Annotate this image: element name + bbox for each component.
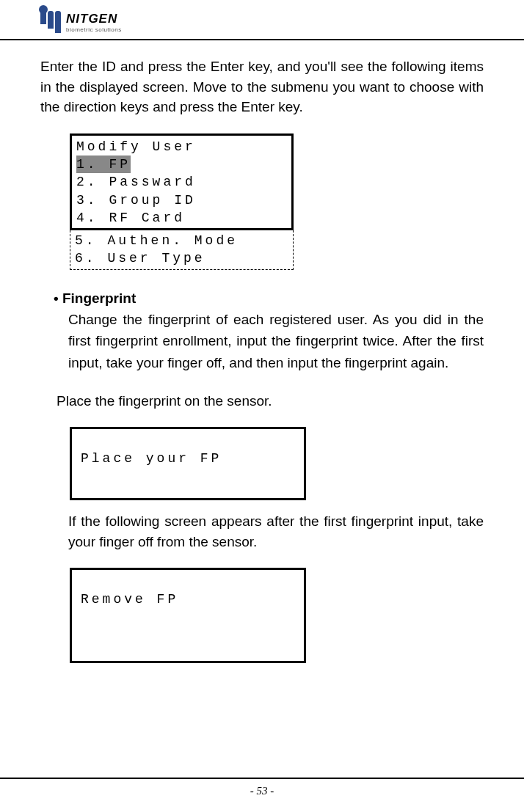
menu-item: 2. Passward: [76, 173, 287, 191]
lcd-text: Place your FP: [81, 451, 295, 466]
menu-item: 3. Group ID: [76, 191, 287, 209]
menu-item: 6. User Type: [75, 249, 288, 267]
instruction-text-2: If the following screen appears after th…: [68, 511, 484, 553]
section-heading: Fingerprint: [54, 290, 484, 307]
lcd-remove-fp: Remove FP: [70, 568, 306, 663]
page-number: - 53 -: [250, 785, 274, 797]
logo: NITGEN biometric solutions: [40, 11, 122, 33]
menu-item: 1. FP: [76, 156, 287, 173]
menu-item: 4. RF Card: [76, 209, 287, 227]
logo-subtitle: biometric solutions: [66, 26, 122, 33]
lcd-text: Remove FP: [81, 592, 295, 607]
menu-display: Modify User 1. FP 2. Passward 3. Group I…: [70, 133, 484, 270]
logo-icon: [40, 11, 61, 33]
logo-name: NITGEN: [66, 12, 122, 26]
intro-paragraph: Enter the ID and press the Enter key, an…: [40, 56, 484, 117]
menu-display-top: Modify User 1. FP 2. Passward 3. Group I…: [70, 133, 294, 230]
page-content: Enter the ID and press the Enter key, an…: [0, 40, 524, 663]
page-footer: - 53 -: [0, 778, 524, 797]
section-paragraph: Change the fingerprint of each registere…: [68, 309, 484, 373]
menu-item: 5. Authen. Mode: [75, 232, 288, 249]
lcd-place-fp: Place your FP: [70, 427, 306, 500]
menu-display-bottom: 5. Authen. Mode 6. User Type: [70, 230, 294, 270]
page-header: NITGEN biometric solutions: [0, 0, 524, 40]
fingerprint-section: Fingerprint Change the fingerprint of ea…: [40, 290, 484, 663]
menu-title: Modify User: [76, 138, 287, 156]
menu-item-highlighted: 1. FP: [76, 156, 131, 173]
instruction-text: Place the fingerprint on the sensor.: [57, 391, 484, 412]
